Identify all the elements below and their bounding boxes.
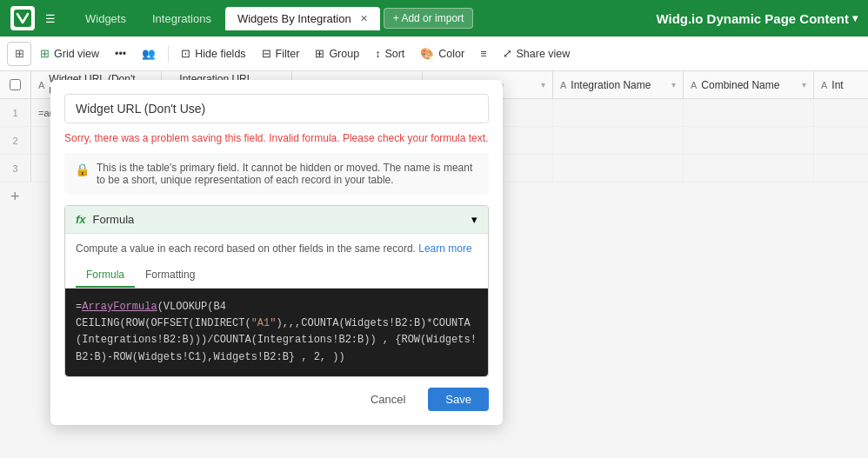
app-title: Widg.io Dynamic Page Content ▾ [656, 11, 858, 26]
color-button[interactable]: 🎨 Color [413, 43, 471, 64]
sidebar-toggle-button[interactable]: ⊞ [7, 42, 31, 66]
group-icon: ⊞ [315, 47, 324, 60]
formula-tabs: Formula Formatting [65, 263, 488, 289]
tab-formatting[interactable]: Formatting [135, 263, 205, 288]
tab-close-icon[interactable]: ✕ [360, 13, 368, 24]
info-text: This is the table's primary field. It ca… [97, 162, 478, 186]
sort-icon: ↕ [375, 48, 380, 60]
top-nav-tabs: Widgets Integrations Widgets By Integrat… [73, 7, 380, 30]
tab-widgets[interactable]: Widgets [73, 7, 138, 30]
group-label: Group [329, 48, 359, 60]
hide-fields-label: Hide fields [195, 48, 245, 60]
modal-overlay: Sorry, there was a problem saving this f… [0, 71, 868, 458]
share-view-label: Share view [517, 48, 571, 60]
tab-formula[interactable]: Formula [76, 263, 135, 288]
add-import-button[interactable]: + Add or import [384, 8, 474, 29]
save-button[interactable]: Save [428, 388, 489, 411]
learn-more-link[interactable]: Learn more [418, 242, 471, 255]
people-button[interactable]: 👥 [135, 43, 163, 64]
svg-rect-0 [14, 10, 31, 27]
formula-collapse-icon[interactable]: ▾ [471, 213, 477, 226]
error-message: Sorry, there was a problem saving this f… [64, 132, 489, 144]
filter-icon: ⊟ [262, 47, 271, 60]
more-options-button[interactable]: ••• [108, 43, 133, 64]
formula-desc-text: Compute a value in each record based on … [76, 242, 416, 255]
formula-description: Compute a value in each record based on … [65, 233, 488, 263]
share-icon: ⤢ [503, 47, 512, 60]
toolbar: ⊞ ⊞ Grid view ••• 👥 ⊡ Hide fields ⊟ Filt… [0, 37, 868, 71]
filter-label: Filter [276, 48, 300, 60]
sidebar-toggle-icon: ⊞ [15, 47, 24, 60]
grid-icon: ⊞ [40, 47, 50, 60]
group-button[interactable]: ⊞ Group [308, 43, 366, 64]
app-title-chevron[interactable]: ▾ [852, 12, 858, 24]
people-icon: 👥 [142, 47, 156, 60]
sort-label: Sort [384, 48, 404, 60]
add-import-label: + Add or import [393, 12, 464, 24]
tab-label: Widgets By Integration [237, 12, 351, 25]
row-height-icon: ≡ [480, 48, 486, 60]
app-logo[interactable] [10, 6, 35, 30]
tab-widgets-by-integration[interactable]: Widgets By Integration ✕ [225, 7, 380, 30]
hamburger-button[interactable]: ☰ [38, 8, 63, 30]
cancel-button[interactable]: Cancel [357, 388, 419, 411]
more-options-icon: ••• [115, 48, 126, 60]
app-title-text: Widg.io Dynamic Page Content [656, 11, 849, 26]
toolbar-separator-1 [168, 45, 169, 63]
filter-button[interactable]: ⊟ Filter [255, 43, 307, 64]
top-nav: ☰ Widgets Integrations Widgets By Integr… [0, 0, 868, 37]
formula-header[interactable]: fx Formula ▾ [65, 206, 488, 233]
hide-fields-button[interactable]: ⊡ Hide fields [174, 43, 252, 64]
formula-section: fx Formula ▾ Compute a value in each rec… [64, 205, 489, 377]
row-height-button[interactable]: ≡ [473, 43, 493, 64]
formula-code-editor[interactable]: =ArrayFormula(VLOOKUP(B4 CEILING(ROW(OFF… [65, 289, 488, 376]
tab-integrations[interactable]: Integrations [140, 7, 224, 30]
color-label: Color [438, 48, 464, 60]
fx-icon: fx [76, 213, 86, 226]
modal-footer: Cancel Save [64, 388, 489, 411]
hide-fields-icon: ⊡ [181, 47, 190, 60]
top-nav-left: ☰ Widgets Integrations Widgets By Integr… [10, 6, 473, 30]
color-icon: 🎨 [420, 47, 434, 60]
info-box: 🔒 This is the table's primary field. It … [64, 153, 489, 195]
hamburger-icon: ☰ [45, 12, 56, 25]
formula-header-left: fx Formula [76, 213, 134, 226]
sort-button[interactable]: ↕ Sort [368, 43, 411, 64]
grid-view-button[interactable]: ⊞ Grid view [33, 43, 106, 64]
share-view-button[interactable]: ⤢ Share view [496, 43, 578, 64]
field-name-input[interactable] [64, 94, 489, 123]
grid-view-label: Grid view [54, 48, 99, 60]
formula-header-label: Formula [93, 213, 135, 226]
table-container: A Widget URL (Don't U... ▾ A Integration… [0, 71, 868, 458]
field-editor-modal: Sorry, there was a problem saving this f… [50, 80, 503, 425]
lock-icon: 🔒 [75, 163, 90, 186]
